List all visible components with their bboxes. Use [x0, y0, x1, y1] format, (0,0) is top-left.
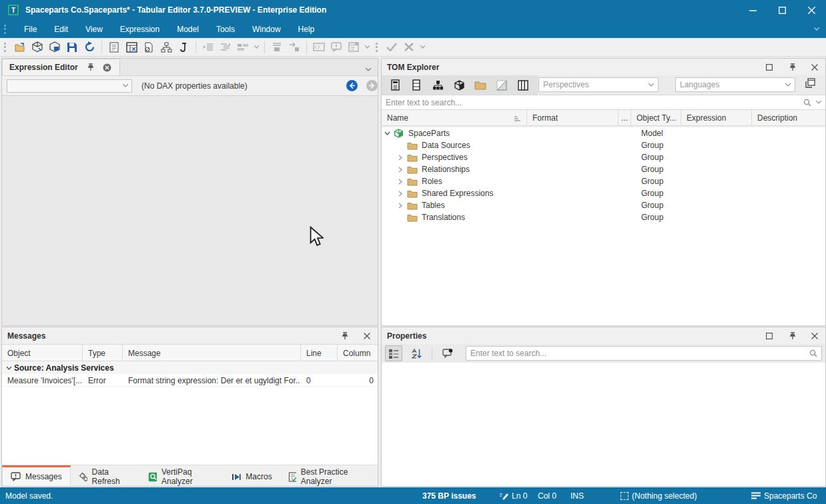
close-tab-icon[interactable]: [102, 62, 113, 73]
accept-changes-icon[interactable]: [383, 39, 400, 55]
perspectives-combo[interactable]: Perspectives: [538, 77, 659, 92]
maximize-button[interactable]: [767, 0, 797, 20]
show-columns-icon[interactable]: [515, 77, 531, 93]
expander-collapsed-icon[interactable]: [395, 155, 406, 161]
form-view-icon[interactable]: [345, 39, 362, 55]
show-folders-icon[interactable]: [472, 77, 488, 93]
tree-row-relationships[interactable]: Relationships Group: [382, 163, 825, 175]
column-header-name[interactable]: Name: [382, 110, 527, 126]
expander-collapsed-icon[interactable]: [395, 191, 406, 197]
column-header-format[interactable]: Format: [527, 110, 618, 126]
column-header-more[interactable]: ...: [618, 110, 631, 126]
tabstrip-dropdown-chevron-icon[interactable]: [366, 68, 371, 71]
column-header-object-type[interactable]: Object Ty...: [631, 110, 681, 126]
tree-row-data-sources[interactable]: Data Sources Group: [382, 139, 825, 151]
column-header-description[interactable]: Description: [752, 110, 825, 126]
maximize-panel-icon[interactable]: [764, 331, 775, 341]
code-snippet-icon[interactable]: [310, 39, 328, 55]
tab-expression-editor[interactable]: Expression Editor: [2, 59, 120, 75]
import-cube-icon[interactable]: [46, 39, 63, 55]
menu-edit[interactable]: Edit: [45, 20, 77, 38]
maximize-panel-icon[interactable]: [764, 62, 775, 73]
tree-row-perspectives[interactable]: Perspectives Group: [382, 151, 825, 163]
property-info-icon[interactable]: [439, 345, 456, 361]
close-panel-icon[interactable]: [809, 331, 820, 341]
menu-window[interactable]: Window: [244, 20, 290, 38]
column-header-type[interactable]: Type: [83, 345, 123, 361]
navigate-forward-icon[interactable]: [366, 80, 378, 91]
pin-icon[interactable]: [787, 62, 797, 73]
pin-icon[interactable]: [85, 62, 95, 73]
show-cube-objects-icon[interactable]: [451, 77, 467, 93]
cancel-changes-icon[interactable]: [400, 39, 418, 55]
tree-row-tables[interactable]: Tables Group: [382, 199, 825, 211]
outdent-icon[interactable]: [217, 39, 234, 55]
close-panel-icon[interactable]: [362, 331, 372, 341]
comment-icon[interactable]: [328, 39, 345, 55]
bp-issues-badge[interactable]: 375 BP issues: [422, 487, 476, 504]
message-row[interactable]: Measure 'Invoices'[... Error Format stri…: [2, 374, 378, 387]
cancel-chevron-icon[interactable]: [418, 39, 427, 55]
layout-options-chevron-icon[interactable]: [252, 39, 261, 55]
expander-collapsed-icon[interactable]: [395, 179, 406, 185]
save-icon[interactable]: [63, 39, 81, 55]
close-button[interactable]: [797, 0, 826, 20]
group-expander-expanded-icon[interactable]: [3, 366, 14, 370]
expander-collapsed-icon[interactable]: [395, 203, 406, 209]
pin-icon[interactable]: [339, 331, 350, 341]
menu-expression[interactable]: Expression: [111, 20, 168, 38]
layout-options-icon[interactable]: [234, 39, 252, 55]
expander-expanded-icon[interactable]: [382, 131, 392, 135]
tab-data-refresh[interactable]: Data Refresh: [71, 465, 140, 486]
tom-search-input[interactable]: [386, 98, 803, 107]
format-dax-icon[interactable]: [175, 39, 192, 55]
close-panel-icon[interactable]: [809, 62, 820, 73]
menu-file[interactable]: File: [15, 20, 45, 38]
edit-table-icon[interactable]: [123, 39, 140, 55]
tree-row-spaceparts[interactable]: SpaceParts Model: [382, 127, 825, 139]
menubar-grip-handle[interactable]: [4, 25, 6, 34]
toolbar-grip-handle[interactable]: [4, 43, 6, 52]
connection-group[interactable]: Spaceparts Co: [751, 487, 817, 504]
expander-collapsed-icon[interactable]: [395, 167, 406, 173]
pin-icon[interactable]: [787, 331, 797, 341]
menu-tools[interactable]: Tools: [208, 20, 244, 38]
columns-view-icon[interactable]: [268, 39, 286, 55]
hierarchy-icon[interactable]: [157, 39, 175, 55]
dax-property-combo[interactable]: [7, 79, 132, 93]
tree-row-roles[interactable]: Roles Group: [382, 175, 825, 187]
tab-messages[interactable]: Messages: [2, 465, 71, 486]
properties-search-input[interactable]: [470, 349, 809, 358]
refresh-icon[interactable]: [81, 39, 98, 55]
column-header-object[interactable]: Object: [2, 345, 83, 361]
properties-body[interactable]: [382, 363, 825, 486]
message-group-row[interactable]: Source: Analysis Services: [2, 361, 378, 374]
menu-help[interactable]: Help: [290, 20, 324, 38]
menu-view[interactable]: View: [77, 20, 111, 38]
tree-row-translations[interactable]: Translations Group: [382, 211, 825, 223]
navigate-back-icon[interactable]: [346, 80, 358, 91]
column-header-expression[interactable]: Expression: [681, 110, 752, 126]
show-hierarchies-icon[interactable]: [430, 77, 446, 93]
indent-icon[interactable]: [199, 39, 217, 55]
show-partitions-icon[interactable]: [494, 77, 510, 93]
menubar-overflow-chevron-icon[interactable]: [814, 27, 819, 31]
new-calculation-file-icon[interactable]: [140, 39, 157, 55]
column-header-line[interactable]: Line: [301, 345, 338, 361]
status-insert-mode[interactable]: INS: [570, 487, 584, 504]
minimize-button[interactable]: [738, 0, 767, 20]
languages-combo[interactable]: Languages: [675, 77, 795, 92]
tree-row-shared-expressions[interactable]: Shared Expressions Group: [382, 187, 825, 199]
column-header-message[interactable]: Message: [123, 345, 301, 361]
categorized-view-icon[interactable]: [385, 345, 402, 361]
form-view-chevron-icon[interactable]: [362, 39, 372, 55]
tab-vertipaq-analyzer[interactable]: VertiPaq Analyzer: [140, 465, 224, 486]
open-file-icon[interactable]: [11, 39, 29, 55]
column-header-column[interactable]: Column: [338, 345, 378, 361]
tab-macros[interactable]: Macros: [224, 465, 280, 486]
menu-model[interactable]: Model: [168, 20, 208, 38]
new-document-icon[interactable]: [105, 39, 123, 55]
window-layers-icon[interactable]: [805, 77, 815, 88]
alphabetical-sort-icon[interactable]: [408, 345, 425, 361]
show-measures-icon[interactable]: [387, 77, 403, 93]
